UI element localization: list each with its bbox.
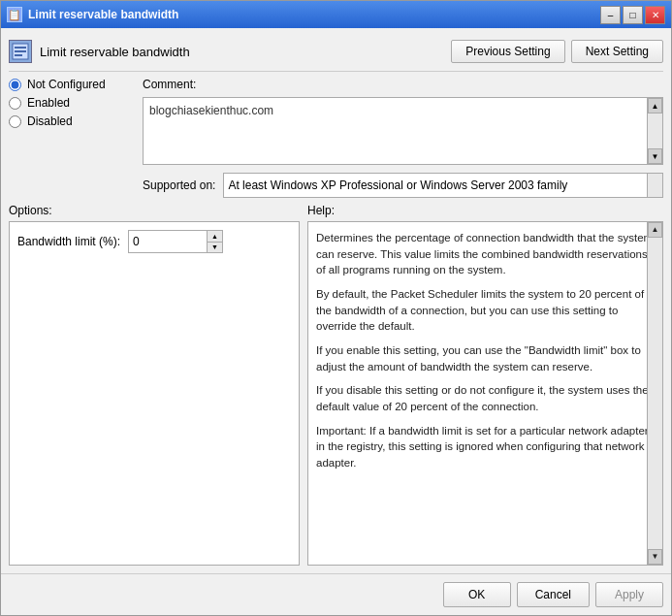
bottom-bar: OK Cancel Apply [1, 573, 671, 615]
radio-disabled[interactable]: Disabled [9, 114, 135, 128]
options-content: Bandwidth limit (%): ▲ ▼ [9, 221, 300, 566]
radio-section: Not Configured Enabled Disabled [9, 78, 135, 198]
radio-enabled[interactable]: Enabled [9, 96, 135, 110]
svg-rect-3 [15, 54, 22, 56]
content-area: Limit reservable bandwidth Previous Sett… [1, 28, 671, 573]
bandwidth-label: Bandwidth limit (%): [17, 235, 120, 248]
supported-row: Supported on: At least Windows XP Profes… [143, 173, 663, 198]
previous-setting-button[interactable]: Previous Setting [451, 40, 564, 63]
radio-enabled-input[interactable] [9, 97, 21, 110]
radio-not-configured-input[interactable] [9, 79, 21, 91]
help-content: Determines the percentage of connection … [307, 221, 663, 566]
radio-enabled-label: Enabled [27, 96, 70, 110]
comment-scroll-down[interactable]: ▼ [648, 148, 662, 164]
radio-comment-row: Not Configured Enabled Disabled Comment:… [9, 78, 663, 198]
help-paragraph-2: By default, the Packet Scheduler limits … [316, 286, 655, 335]
comment-text: blogchiasekienthuc.com [147, 102, 658, 119]
options-help-section: Options: Bandwidth limit (%): ▲ ▼ [9, 204, 663, 566]
next-setting-button[interactable]: Next Setting [571, 40, 663, 63]
bandwidth-row: Bandwidth limit (%): ▲ ▼ [17, 230, 291, 253]
options-panel: Options: Bandwidth limit (%): ▲ ▼ [9, 204, 300, 566]
comment-scrollbar: ▲ ▼ [647, 98, 662, 164]
radio-not-configured-label: Not Configured [27, 78, 106, 91]
ok-button[interactable]: OK [443, 582, 511, 607]
help-scroll-up[interactable]: ▲ [648, 222, 662, 238]
help-paragraph-1: Determines the percentage of connection … [316, 230, 655, 278]
supported-scrollbar [647, 174, 662, 197]
title-controls: – □ ✕ [600, 6, 665, 24]
supported-label: Supported on: [143, 178, 215, 192]
header-section: Limit reservable bandwidth Previous Sett… [9, 36, 663, 72]
help-panel: Help: Determines the percentage of conne… [307, 204, 663, 566]
header-title: Limit reservable bandwidth [40, 45, 190, 59]
svg-rect-1 [15, 47, 26, 49]
window-title: Limit reservable bandwidth [28, 8, 178, 21]
setting-icon [9, 40, 32, 63]
help-label: Help: [307, 204, 663, 217]
comment-box: blogchiasekienthuc.com ▲ ▼ [143, 97, 663, 165]
options-label: Options: [9, 204, 300, 217]
help-paragraph-5: Important: If a bandwidth limit is set f… [316, 423, 655, 471]
comment-supported-section: Comment: blogchiasekienthuc.com ▲ ▼ Supp… [143, 78, 663, 198]
bandwidth-input-wrap: ▲ ▼ [128, 230, 223, 253]
radio-disabled-input[interactable] [9, 115, 21, 128]
help-scroll-down[interactable]: ▼ [648, 549, 662, 565]
close-button[interactable]: ✕ [645, 6, 665, 24]
supported-text: At least Windows XP Professional or Wind… [228, 178, 585, 192]
help-scrollbar: ▲ ▼ [647, 222, 662, 565]
maximize-button[interactable]: □ [623, 6, 643, 24]
svg-rect-2 [15, 50, 26, 52]
bandwidth-input[interactable] [129, 231, 207, 252]
comment-scroll-up[interactable]: ▲ [648, 98, 662, 113]
comment-label: Comment: [143, 78, 663, 91]
title-bar-left: 📋 Limit reservable bandwidth [7, 7, 178, 22]
header-buttons: Previous Setting Next Setting [451, 40, 663, 63]
spinner-buttons: ▲ ▼ [207, 231, 222, 252]
radio-disabled-label: Disabled [27, 114, 73, 128]
window-icon: 📋 [7, 7, 22, 22]
supported-box: At least Windows XP Professional or Wind… [223, 173, 663, 198]
radio-not-configured[interactable]: Not Configured [9, 78, 135, 91]
title-bar: 📋 Limit reservable bandwidth – □ ✕ [1, 1, 671, 28]
help-paragraph-4: If you disable this setting or do not co… [316, 382, 655, 414]
apply-button[interactable]: Apply [595, 582, 663, 607]
spin-down-button[interactable]: ▼ [208, 243, 222, 253]
header-left: Limit reservable bandwidth [9, 40, 190, 63]
cancel-button[interactable]: Cancel [517, 582, 590, 607]
help-paragraph-3: If you enable this setting, you can use … [316, 342, 655, 374]
main-window: 📋 Limit reservable bandwidth – □ ✕ [0, 0, 672, 616]
spin-up-button[interactable]: ▲ [208, 231, 222, 243]
minimize-button[interactable]: – [600, 6, 621, 24]
